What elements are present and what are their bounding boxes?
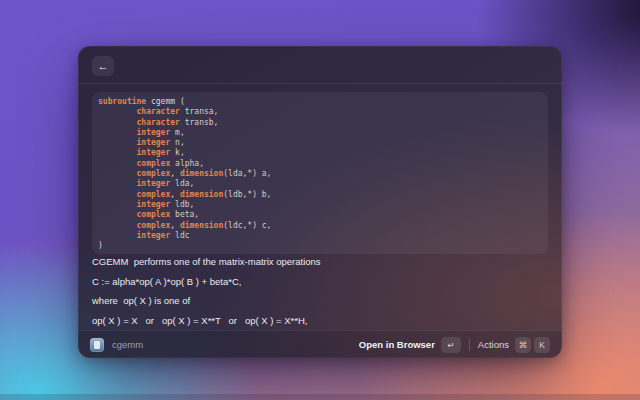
code-line: complex, dimension(lda,*) a, — [98, 169, 542, 179]
code-line: integer lda, — [98, 179, 542, 189]
window-header: ← — [78, 46, 562, 84]
statusbar-actions: Open in Browser ↵ Actions ⌘ K — [359, 337, 550, 353]
code-line: character transb, — [98, 118, 542, 128]
code-line: ) — [98, 241, 542, 251]
k-key-badge: K — [534, 337, 550, 353]
docs-app-icon — [90, 338, 104, 352]
open-in-browser-label: Open in Browser — [359, 339, 435, 350]
open-in-browser-button[interactable]: Open in Browser ↵ — [359, 337, 461, 353]
doc-line: C := alpha*op( A )*op( B ) + beta*C, — [92, 272, 548, 292]
doc-line: op( X ) = X or op( X ) = X**T or op( X )… — [92, 311, 548, 331]
actions-button[interactable]: Actions ⌘ K — [478, 337, 550, 353]
code-line: integer k, — [98, 148, 542, 158]
code-lines: subroutine cgemm ( character transa, cha… — [98, 97, 542, 251]
raycast-window: ← subroutine cgemm ( character transa, c… — [78, 46, 562, 358]
query-label: cgemm — [112, 339, 143, 350]
command-key-badge: ⌘ — [515, 337, 531, 353]
code-line: integer n, — [98, 138, 542, 148]
back-arrow-icon: ← — [98, 60, 109, 72]
doc-lines: CGEMM performs one of the matrix-matrix … — [92, 252, 548, 330]
doc-line: where op( X ) is one of — [92, 291, 548, 311]
enter-key-badge: ↵ — [441, 337, 461, 353]
code-line: complex beta, — [98, 210, 542, 220]
code-line: subroutine cgemm ( — [98, 97, 542, 107]
doc-line: CGEMM performs one of the matrix-matrix … — [92, 252, 548, 272]
code-block: subroutine cgemm ( character transa, cha… — [92, 92, 548, 254]
code-line: complex, dimension(ldb,*) b, — [98, 190, 542, 200]
statusbar-divider — [469, 339, 470, 351]
actions-shortcut: ⌘ K — [515, 337, 550, 353]
status-bar: cgemm Open in Browser ↵ Actions ⌘ K — [78, 330, 562, 358]
back-button[interactable]: ← — [92, 56, 114, 76]
code-line: integer m, — [98, 128, 542, 138]
code-line: integer ldb, — [98, 200, 542, 210]
code-line: integer ldc — [98, 231, 542, 241]
code-line: complex, dimension(ldc,*) c, — [98, 221, 542, 231]
code-line: complex alpha, — [98, 159, 542, 169]
actions-label: Actions — [478, 339, 509, 350]
code-line: character transa, — [98, 107, 542, 117]
